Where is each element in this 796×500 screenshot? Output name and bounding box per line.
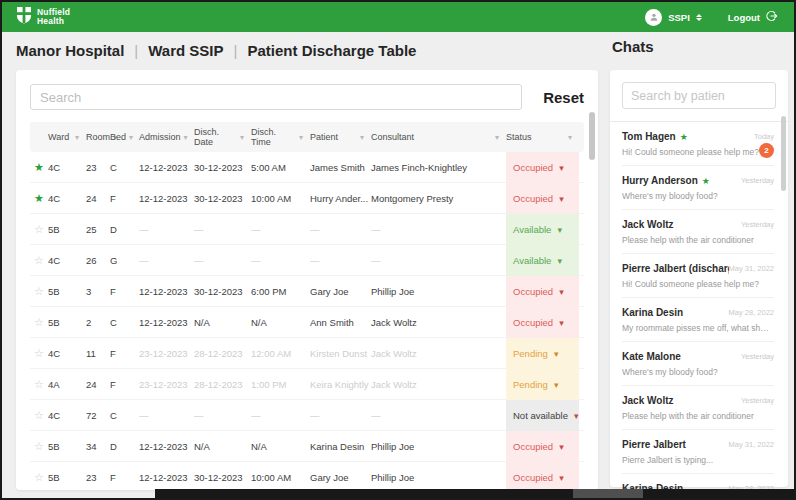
unread-count-badge: 2 <box>759 143 774 158</box>
star-outline-icon[interactable]: ☆ <box>30 379 48 390</box>
star-outline-icon[interactable]: ☆ <box>30 286 48 297</box>
sort-arrow-icon[interactable]: ▾ <box>495 133 499 142</box>
table-row[interactable]: ☆5B34D12-12-2023N/AN/AKarina DesinPhilli… <box>30 431 584 462</box>
chat-vertical-scrollbar[interactable] <box>781 116 786 191</box>
column-header-bed[interactable]: Bed▾ <box>110 132 139 142</box>
status-dropdown[interactable]: Pending▾ <box>506 338 579 369</box>
cell-ward: 4A <box>48 379 86 390</box>
reset-button[interactable]: Reset <box>543 89 584 106</box>
star-filled-icon[interactable]: ★ <box>30 193 48 204</box>
sort-arrow-icon[interactable]: ▾ <box>184 133 188 142</box>
chat-list-item[interactable]: Jack WoltzYesterdayPlease help with the … <box>622 386 774 430</box>
table-row[interactable]: ☆4C26G—————Available▾ <box>30 245 584 276</box>
status-dropdown[interactable]: Occupied▾ <box>506 152 579 183</box>
cell-admission: 12-12-2023 <box>139 317 194 328</box>
status-dropdown[interactable]: Available▾ <box>506 214 579 245</box>
status-dropdown[interactable]: Available▾ <box>506 245 579 276</box>
horizontal-scrollbar[interactable] <box>155 489 794 498</box>
logout-button[interactable]: Logout <box>728 10 778 24</box>
star-filled-icon: ★ <box>702 176 710 186</box>
cell-patient: Karina Desin <box>310 441 371 452</box>
star-outline-icon[interactable]: ☆ <box>30 472 48 483</box>
column-header-disch-time[interactable]: Disch. Time▾ <box>251 127 310 147</box>
cell-consultant: — <box>371 410 506 421</box>
table-row[interactable]: ★4C24F12-12-202330-12-202310:00 AMHurry … <box>30 183 584 214</box>
table-search-input[interactable] <box>30 84 522 110</box>
chevron-down-icon: ▾ <box>574 411 579 421</box>
cell-consultant: Montgomery Presty <box>371 193 506 204</box>
column-header-consultant[interactable]: Consultant▾ <box>371 132 506 142</box>
cell-admission: 12-12-2023 <box>139 162 194 173</box>
breadcrumb-ward[interactable]: Ward SSIP <box>148 42 223 59</box>
column-header-room[interactable]: Room▾ <box>86 132 110 142</box>
star-outline-icon[interactable]: ☆ <box>30 410 48 421</box>
cell-room: 34 <box>86 441 110 452</box>
chat-list-item[interactable]: Jack WoltzYesterdayPlease help with the … <box>622 210 774 254</box>
shield-icon <box>16 6 32 28</box>
table-row[interactable]: ☆4A24F23-12-202328-12-20231:00 PMKeira K… <box>30 369 584 400</box>
status-dropdown[interactable]: Occupied▾ <box>506 276 579 307</box>
table-row[interactable]: ☆5B2C12-12-2023N/AN/AAnn SmithJack Woltz… <box>30 307 584 338</box>
column-header-admission[interactable]: Admission▾ <box>139 132 194 142</box>
table-row[interactable]: ☆4C72C—————Not available▾ <box>30 400 584 431</box>
chat-list-item[interactable]: Karina DesinMay 28, 2022My roommate piss… <box>622 298 774 342</box>
cell-disch-date: N/A <box>194 317 251 328</box>
sort-arrow-icon[interactable]: ▾ <box>360 133 364 142</box>
status-label: Occupied <box>513 441 553 452</box>
status-label: Occupied <box>513 162 553 173</box>
table-row[interactable]: ☆5B3F12-12-202330-12-20236:00 PMGary Joe… <box>30 276 584 307</box>
column-header-label: Room <box>86 132 110 142</box>
chat-list-item[interactable]: Pierre Jalbert (discharged)May 31, 2022H… <box>622 254 774 298</box>
star-outline-icon[interactable]: ☆ <box>30 224 48 235</box>
sort-arrow-icon[interactable]: ▾ <box>129 133 133 142</box>
horizontal-scrollbar-thumb[interactable] <box>573 489 643 498</box>
star-outline-icon[interactable]: ☆ <box>30 348 48 359</box>
cell-admission: 12-12-2023 <box>139 286 194 297</box>
chat-list-item[interactable]: Hurry Anderson★YesterdayWhere's my blood… <box>622 166 774 210</box>
user-menu[interactable]: SSPI <box>645 9 702 26</box>
cell-ward: 5B <box>48 317 86 328</box>
chat-list-item[interactable]: Pierre JalbertMay 31, 2022Pierre Jalbert… <box>622 430 774 474</box>
cell-admission: — <box>139 224 194 235</box>
chat-list-item[interactable]: Tom Hagen★TodayHi! Could someone please … <box>622 122 774 166</box>
cell-disch-time: — <box>251 255 310 266</box>
status-dropdown[interactable]: Occupied▾ <box>506 307 579 338</box>
sort-arrow-icon[interactable]: ▾ <box>75 133 79 142</box>
cell-disch-time: — <box>251 410 310 421</box>
status-dropdown[interactable]: Pending▾ <box>506 369 579 400</box>
cell-disch-time: 5:00 AM <box>251 162 310 173</box>
cell-bed: D <box>110 441 139 452</box>
star-outline-icon[interactable]: ☆ <box>30 441 48 452</box>
sort-arrow-icon[interactable]: ▾ <box>299 133 303 142</box>
chat-list-item[interactable]: Kate MaloneYesterdayWhere's my bloody fo… <box>622 342 774 386</box>
star-filled-icon[interactable]: ★ <box>30 162 48 173</box>
chat-message-preview: My roommate pisses me off, what should .… <box>622 323 774 333</box>
chats-panel-title: Chats <box>612 38 654 55</box>
column-header-status[interactable]: Status▾ <box>506 132 579 142</box>
cell-room: 2 <box>86 317 110 328</box>
status-dropdown[interactable]: Occupied▾ <box>506 431 579 462</box>
column-header-disch-date[interactable]: Disch. Date▾ <box>194 127 251 147</box>
cell-disch-time: 6:00 PM <box>251 286 310 297</box>
cell-disch-time: 12:00 AM <box>251 348 310 359</box>
status-dropdown[interactable]: Occupied▾ <box>506 183 579 214</box>
cell-disch-date: N/A <box>194 441 251 452</box>
table-row[interactable]: ★4C23C12-12-202330-12-20235:00 AMJames S… <box>30 152 584 183</box>
chevron-down-icon: ▾ <box>559 287 564 297</box>
star-outline-icon[interactable]: ☆ <box>30 317 48 328</box>
star-outline-icon[interactable]: ☆ <box>30 255 48 266</box>
breadcrumb-hospital[interactable]: Manor Hospital <box>16 42 124 59</box>
discharge-table-card: Reset Ward▾Room▾Bed▾Admission▾Disch. Dat… <box>16 70 598 490</box>
cell-disch-date: — <box>194 224 251 235</box>
chat-timestamp: May 28, 2022 <box>729 308 774 317</box>
sort-arrow-icon[interactable]: ▾ <box>240 133 244 142</box>
table-vertical-scrollbar[interactable] <box>589 112 595 160</box>
cell-ward: 4C <box>48 162 86 173</box>
table-row[interactable]: ☆5B25D—————Available▾ <box>30 214 584 245</box>
table-row[interactable]: ☆4C11F23-12-202328-12-202312:00 AMKirste… <box>30 338 584 369</box>
status-dropdown[interactable]: Not available▾ <box>506 400 579 431</box>
chat-search-input[interactable] <box>622 82 776 109</box>
column-header-patient[interactable]: Patient▾ <box>310 132 371 142</box>
sort-arrow-icon[interactable]: ▾ <box>568 133 572 142</box>
column-header-ward[interactable]: Ward▾ <box>48 132 86 142</box>
